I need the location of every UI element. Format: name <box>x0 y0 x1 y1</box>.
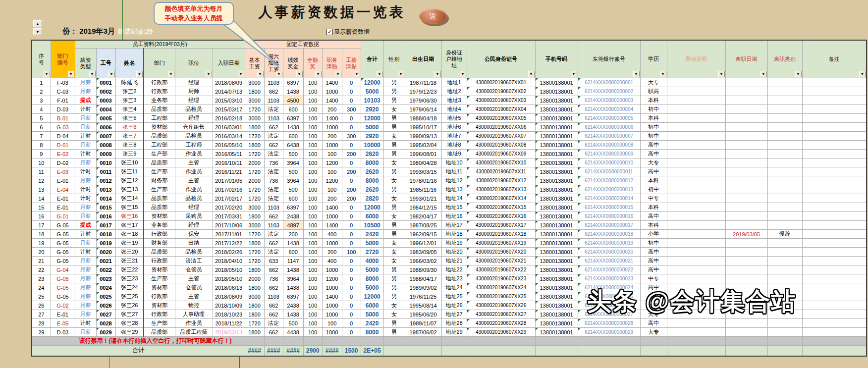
cell-change-note[interactable] <box>667 319 725 328</box>
cell-registered-addr[interactable]: 地址16 <box>441 212 467 221</box>
cell-hire-date[interactable]: 2016/03/14 <box>213 132 245 141</box>
cell-duty-allow[interactable]: 1000 <box>322 141 342 150</box>
cell-birth-date[interactable]: 1996/08/01 <box>405 150 441 158</box>
cell-education[interactable]: 初中 <box>640 123 667 132</box>
cell-dept-code[interactable]: E-04 <box>51 185 75 194</box>
cell-dept-code[interactable]: G-05 <box>51 248 75 257</box>
cell-full-attend[interactable]: 100 <box>303 230 322 239</box>
cell-position[interactable]: 作业员 <box>175 150 213 158</box>
cell-seniority-allow[interactable]: 0 <box>342 114 361 123</box>
cell-phone[interactable]: 13800138001 <box>535 78 578 87</box>
cell-no[interactable]: 11 <box>32 167 51 176</box>
cell-dept-code[interactable]: F-03 <box>51 78 75 87</box>
cell-emp-id[interactable]: 0017 <box>96 221 115 230</box>
cell-seniority-allow[interactable]: 0 <box>342 310 361 319</box>
cell-change-note[interactable] <box>667 265 725 274</box>
cell-department[interactable]: 资材部 <box>144 283 175 292</box>
cell-seniority-allow[interactable]: 0 <box>342 265 361 274</box>
cell-remark[interactable] <box>802 230 867 239</box>
cell-dept-code[interactable]: E-01 <box>51 203 75 212</box>
cell-gender[interactable]: 女 <box>383 105 405 114</box>
cell-hire-date[interactable]: 2018/08/09 <box>213 292 245 301</box>
cell-birth-date[interactable]: 1987/08/25 <box>405 221 441 230</box>
cell-no[interactable]: 10 <box>32 158 51 167</box>
cell-empty[interactable] <box>767 346 802 356</box>
cell-birth-date[interactable]: 1990/09/13 <box>405 132 441 141</box>
filter-button[interactable]: ▼ <box>108 71 115 77</box>
cell-bank-account[interactable]: 6214XXX0000000014 <box>578 194 640 203</box>
cell-hire-date[interactable]: 2015/03/10 <box>213 96 245 105</box>
cell-seniority-allow[interactable]: 200 <box>342 185 361 194</box>
cell-remark[interactable] <box>802 248 867 257</box>
cell-dept-code[interactable]: G-05 <box>51 257 75 265</box>
cell-change-note[interactable] <box>667 221 725 230</box>
cell-id-card[interactable]: 43000020190607XX27 <box>467 310 535 319</box>
cell-hire-date[interactable]: 2016/05/11 <box>213 150 245 158</box>
cell-seniority-allow[interactable]: 0 <box>342 141 361 150</box>
cell-empty[interactable] <box>383 346 405 356</box>
cell-dept-code[interactable]: G-05 <box>51 283 75 292</box>
cell-total[interactable]: 12000 <box>361 114 383 123</box>
cell-emp-id[interactable]: 0007 <box>96 132 115 141</box>
filter-button[interactable]: ▼ <box>206 71 212 77</box>
cell-registered-addr[interactable]: 地址25 <box>441 292 467 301</box>
cell-duty-allow[interactable]: 100 <box>322 185 342 194</box>
cell-change-note[interactable] <box>667 239 725 248</box>
cell-empty[interactable] <box>535 346 578 356</box>
cell-sat-overtime[interactable]: 1103 <box>264 221 283 230</box>
cell-base-salary[interactable]: 1720 <box>245 150 264 158</box>
cell-education[interactable]: 本科 <box>640 114 667 123</box>
cell-duty-allow[interactable]: 1000 <box>322 301 342 310</box>
cell-base-salary[interactable]: 1800 <box>245 301 264 310</box>
cell-registered-addr[interactable]: 地址4 <box>441 105 467 114</box>
cell-name[interactable]: 张三9 <box>115 150 144 158</box>
cell-registered-addr[interactable]: 地址5 <box>441 114 467 123</box>
cell-sat-overtime[interactable]: 633 <box>264 257 283 265</box>
cell-emp-id[interactable]: 0012 <box>96 176 115 185</box>
cell-name[interactable]: 张三14 <box>115 194 144 203</box>
cell-id-card[interactable]: 43000020190607XX06 <box>467 123 535 132</box>
cell-gender[interactable]: 女 <box>383 158 405 167</box>
cell-position[interactable]: 作业员 <box>175 185 213 194</box>
cell-salary-type[interactable]: 计时 <box>75 167 96 176</box>
cell-empty[interactable] <box>361 337 383 346</box>
cell-perf-bonus[interactable]: 6397 <box>283 78 303 87</box>
cell-id-card[interactable]: 43000020190607XX13 <box>467 185 535 194</box>
cell-dept-code[interactable]: D-04 <box>51 132 75 141</box>
cell-birth-date[interactable]: 1985/11/16 <box>405 185 441 194</box>
total-duty[interactable]: #### <box>322 346 342 356</box>
cell-full-attend[interactable]: 100 <box>303 194 322 203</box>
cell-gender[interactable]: 男 <box>383 283 405 292</box>
cell-salary-type[interactable]: 计时 <box>75 248 96 257</box>
cell-no[interactable]: 18 <box>32 230 51 239</box>
cell-registered-addr[interactable]: 地址2 <box>441 87 467 96</box>
cell-hire-date[interactable]: 2017/02/20 <box>213 203 245 212</box>
cell-duty-allow[interactable]: 1000 <box>322 265 342 274</box>
cell-change-note[interactable] <box>667 185 725 194</box>
cell-change-note[interactable] <box>667 274 725 283</box>
cell-leave-type[interactable]: 慢辞 <box>767 230 802 239</box>
cell-no[interactable]: 26 <box>32 301 51 310</box>
cell-gender[interactable]: 男 <box>383 328 405 337</box>
cell-total[interactable]: 6000 <box>361 301 383 310</box>
cell-hire-date[interactable]: 2018/05/10 <box>213 274 245 283</box>
cell-name[interactable]: 张三15 <box>115 203 144 212</box>
cell-birth-date[interactable]: 1993/03/15 <box>405 167 441 176</box>
cell-no[interactable]: 24 <box>32 283 51 292</box>
cell-empty[interactable] <box>667 346 725 356</box>
cell-position[interactable]: 作业员 <box>175 167 213 176</box>
filter-button[interactable]: ▼ <box>398 71 404 77</box>
cell-salary-type[interactable]: 计时 <box>75 194 96 203</box>
cell-remark[interactable] <box>802 132 867 141</box>
cell-remark[interactable] <box>802 239 867 248</box>
cell-gender[interactable]: 男 <box>383 203 405 212</box>
cell-gender[interactable]: 男 <box>383 123 405 132</box>
cell-department[interactable]: 生产部 <box>144 167 175 176</box>
cell-leave-date[interactable] <box>725 185 767 194</box>
cell-phone[interactable]: 13800138001 <box>535 105 578 114</box>
cell-base-salary[interactable]: 3000 <box>245 114 264 123</box>
cell-full-attend[interactable]: 100 <box>303 141 322 150</box>
cell-duty-allow[interactable]: 1400 <box>322 203 342 212</box>
cell-sat-overtime[interactable]: 1103 <box>264 292 283 301</box>
cell-perf-bonus[interactable]: 200 <box>283 230 303 239</box>
